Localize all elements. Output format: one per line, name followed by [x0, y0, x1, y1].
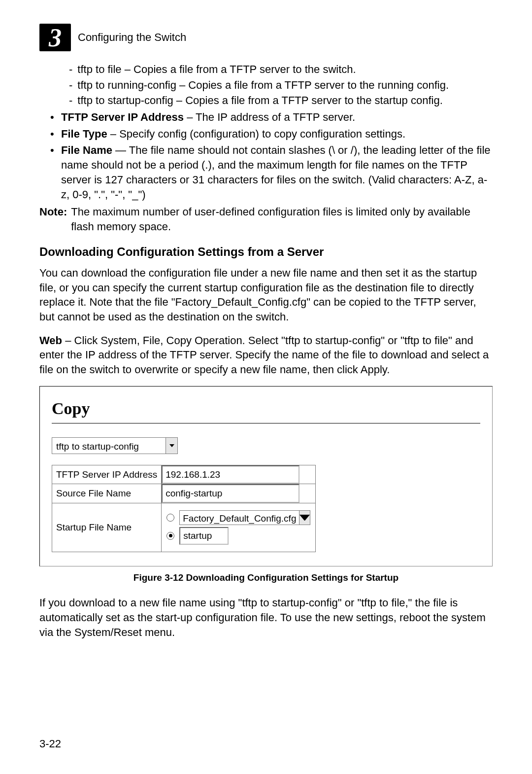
dash-icon: - — [69, 62, 72, 77]
bullet-desc: – The IP address of a TFTP server. — [184, 111, 355, 123]
bullet-desc: — The file name should not contain slash… — [61, 144, 491, 200]
section-heading: Downloading Configuration Settings from … — [39, 244, 493, 260]
note-text: The maximum number of user-defined confi… — [71, 205, 493, 234]
startup-file-label: Startup File Name — [52, 503, 162, 552]
dash-icon: - — [69, 78, 72, 93]
page: 3 Configuring the Switch -tftp to file –… — [0, 0, 532, 774]
copy-form-table: TFTP Server IP Address 192.168.1.23 Sour… — [52, 465, 316, 552]
paragraph: Web – Click System, File, Copy Operation… — [39, 333, 493, 377]
radio-icon[interactable] — [166, 532, 174, 540]
existing-file-select[interactable]: Factory_Default_Config.cfg — [179, 510, 310, 525]
bullet-label: File Name — [61, 144, 112, 156]
svg-marker-0 — [169, 444, 174, 447]
startup-option-existing[interactable]: Factory_Default_Config.cfg — [166, 510, 310, 525]
source-file-label: Source File Name — [52, 484, 162, 503]
source-file-input[interactable]: config-startup — [162, 484, 299, 503]
source-file-cell: config-startup — [162, 484, 316, 503]
bullet-item-file-type: File Type – Specify config (configuratio… — [50, 127, 493, 141]
bullet-item-file-name: File Name — The file name should not con… — [50, 143, 493, 202]
operation-select[interactable]: tftp to startup-config — [52, 437, 178, 454]
figure-panel-title: Copy — [52, 397, 480, 423]
table-row: Source File Name config-startup — [52, 484, 316, 503]
paragraph: You can download the configuration file … — [39, 266, 493, 324]
svg-marker-1 — [299, 515, 310, 521]
bullet-label: TFTP Server IP Address — [61, 111, 184, 123]
chapter-number-badge: 3 — [39, 24, 71, 51]
web-rest: – Click System, File, Copy Operation. Se… — [39, 334, 489, 376]
tftp-ip-label: TFTP Server IP Address — [52, 465, 162, 484]
operation-select-value: tftp to startup-config — [52, 438, 166, 454]
dash-text: tftp to running-config – Copies a file f… — [77, 78, 449, 93]
table-row: TFTP Server IP Address 192.168.1.23 — [52, 465, 316, 484]
chevron-down-icon[interactable] — [299, 511, 310, 525]
dash-text: tftp to file – Copies a file from a TFTP… — [77, 62, 356, 77]
figure-caption: Figure 3-12 Downloading Configuration Se… — [39, 571, 493, 584]
radio-icon[interactable] — [166, 514, 174, 522]
paragraph: If you download to a new file name using… — [39, 596, 493, 639]
chevron-down-icon[interactable] — [166, 438, 177, 454]
figure-copy-panel: Copy tftp to startup-config TFTP Server … — [39, 386, 493, 566]
dash-text: tftp to startup-config – Copies a file f… — [77, 93, 442, 108]
bullet-label: File Type — [61, 128, 107, 140]
tftp-ip-input[interactable]: 192.168.1.23 — [162, 465, 299, 484]
page-header: 3 Configuring the Switch — [39, 24, 493, 51]
dash-item: -tftp to file – Copies a file from a TFT… — [69, 62, 493, 77]
new-file-input[interactable]: startup — [179, 527, 229, 545]
existing-file-select-value: Factory_Default_Config.cfg — [180, 511, 299, 525]
startup-file-cell: Factory_Default_Config.cfg startup — [162, 503, 316, 552]
dash-icon: - — [69, 93, 72, 108]
body-content: -tftp to file – Copies a file from a TFT… — [39, 62, 493, 639]
table-row: Startup File Name Factory_Default_Config… — [52, 503, 316, 552]
note-label: Note: — [39, 205, 67, 234]
page-number: 3-22 — [39, 738, 61, 750]
tftp-ip-cell: 192.168.1.23 — [162, 465, 316, 484]
page-title: Configuring the Switch — [78, 31, 186, 44]
startup-option-new[interactable]: startup — [166, 527, 310, 545]
dash-item: -tftp to running-config – Copies a file … — [69, 78, 493, 93]
bullet-desc: – Specify config (configuration) to copy… — [107, 128, 405, 140]
web-lead: Web — [39, 334, 62, 347]
dash-item: -tftp to startup-config – Copies a file … — [69, 93, 493, 108]
bullet-item-tftp-ip: TFTP Server IP Address – The IP address … — [50, 110, 493, 125]
note: Note: The maximum number of user-defined… — [39, 205, 493, 234]
dash-list: -tftp to file – Copies a file from a TFT… — [69, 62, 493, 108]
bullet-list: TFTP Server IP Address – The IP address … — [50, 110, 493, 202]
